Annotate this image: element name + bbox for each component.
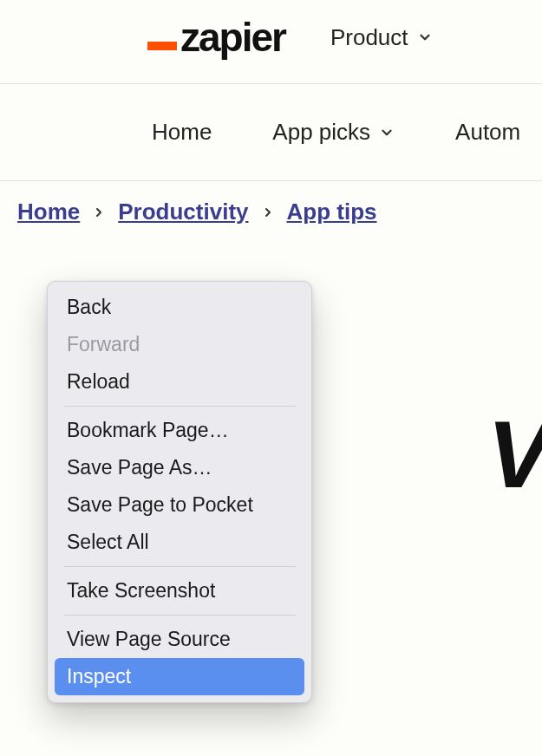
subnav-app-picks-label: App picks xyxy=(272,119,370,146)
breadcrumb-productivity[interactable]: Productivity xyxy=(118,199,248,225)
subnav-home[interactable]: Home xyxy=(152,119,212,146)
chevron-right-icon xyxy=(261,205,275,219)
headline-fragment: V xyxy=(487,399,542,509)
chevron-down-icon xyxy=(379,125,395,140)
top-bar: zapier Product xyxy=(0,0,542,83)
context-menu-item-view-page-source[interactable]: View Page Source xyxy=(55,621,304,658)
context-menu-item-bookmark-page[interactable]: Bookmark Page… xyxy=(55,412,304,449)
product-label: Product xyxy=(330,24,408,51)
subnav-autom-label: Autom xyxy=(455,119,520,146)
context-menu-separator xyxy=(63,406,296,407)
context-menu-item-forward: Forward xyxy=(55,326,304,363)
logo-text: zapier xyxy=(180,17,285,57)
subnav-app-picks[interactable]: App picks xyxy=(272,119,395,146)
context-menu-item-reload[interactable]: Reload xyxy=(55,363,304,401)
logo-underscore-icon xyxy=(147,42,177,50)
context-menu-item-save-page-as[interactable]: Save Page As… xyxy=(55,449,304,486)
breadcrumb-home[interactable]: Home xyxy=(17,199,80,225)
context-menu-item-back[interactable]: Back xyxy=(55,289,304,326)
context-menu-item-select-all[interactable]: Select All xyxy=(55,524,304,561)
context-menu-separator xyxy=(63,615,296,616)
chevron-right-icon xyxy=(92,205,106,219)
breadcrumb: Home Productivity App tips xyxy=(0,181,542,225)
context-menu-item-inspect[interactable]: Inspect xyxy=(55,658,304,695)
context-menu: BackForwardReloadBookmark Page…Save Page… xyxy=(47,281,312,703)
context-menu-item-take-screenshot[interactable]: Take Screenshot xyxy=(55,572,304,609)
subnav-home-label: Home xyxy=(152,119,212,146)
context-menu-item-save-page-to-pocket[interactable]: Save Page to Pocket xyxy=(55,486,304,524)
product-menu[interactable]: Product xyxy=(330,24,433,51)
sub-nav: Home App picks Autom xyxy=(0,84,542,180)
zapier-logo[interactable]: zapier xyxy=(147,17,285,57)
context-menu-separator xyxy=(63,566,296,567)
chevron-down-icon xyxy=(417,29,433,45)
breadcrumb-app-tips[interactable]: App tips xyxy=(287,199,377,225)
subnav-autom[interactable]: Autom xyxy=(455,119,520,146)
